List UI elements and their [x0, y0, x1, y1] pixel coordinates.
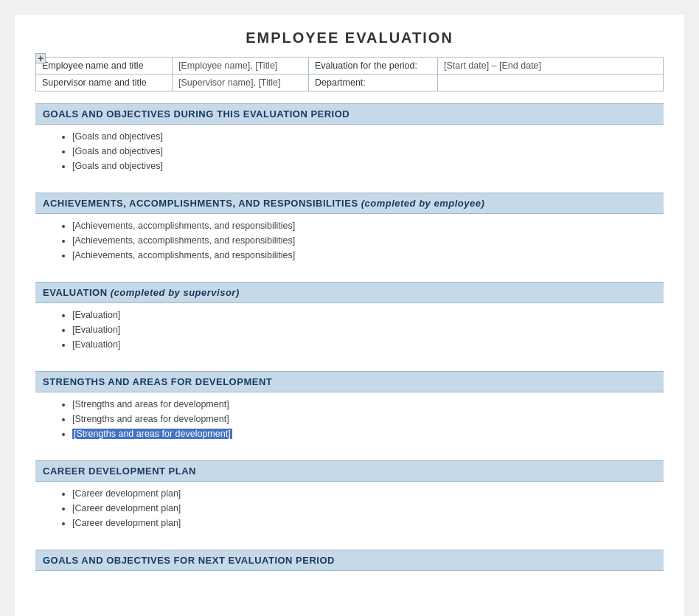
section-header-evaluation: EVALUATION (completed by supervisor): [35, 282, 664, 303]
section-body-evaluation: [Evaluation][Evaluation][Evaluation]: [35, 303, 664, 359]
section-body-goals: [Goals and objectives][Goals and objecti…: [35, 125, 664, 181]
supervisor-name-label: Supervisor name and title: [36, 75, 173, 91]
list-item[interactable]: [Goals and objectives]: [72, 131, 656, 142]
info-row-1: Employee name and title [Employee name],…: [36, 58, 664, 75]
list-item[interactable]: [Goals and objectives]: [72, 160, 656, 172]
section-list-goals: [Goals and objectives][Goals and objecti…: [58, 131, 656, 172]
list-item[interactable]: [Achievements, accomplishments, and resp…: [72, 235, 656, 246]
list-item[interactable]: [Evaluation]: [72, 339, 656, 350]
list-item[interactable]: [Strengths and areas for development]: [72, 413, 656, 425]
page-title: EMPLOYEE EVALUATION: [35, 30, 664, 46]
list-item[interactable]: [Strengths and areas for development]: [72, 428, 656, 440]
section-header-italic: (completed by supervisor): [111, 287, 240, 298]
section-list-strengths: [Strengths and areas for development][St…: [58, 398, 656, 440]
section-header-strengths: STRENGTHS AND AREAS FOR DEVELOPMENT: [35, 371, 664, 392]
section-goals-next: GOALS AND OBJECTIVES FOR NEXT EVALUATION…: [35, 550, 664, 571]
section-header-achievements: ACHIEVEMENTS, ACCOMPLISHMENTS, AND RESPO…: [35, 193, 664, 214]
section-header-career: CAREER DEVELOPMENT PLAN: [35, 460, 664, 482]
list-item[interactable]: [Achievements, accomplishments, and resp…: [72, 220, 656, 232]
section-header-goals-next: GOALS AND OBJECTIVES FOR NEXT EVALUATION…: [35, 550, 664, 571]
expand-icon[interactable]: +: [35, 53, 46, 63]
section-career: CAREER DEVELOPMENT PLAN[Career developme…: [35, 460, 664, 538]
employee-name-label: Employee name and title: [36, 58, 173, 75]
list-item[interactable]: [Career development plan]: [72, 517, 656, 529]
list-item[interactable]: [Evaluation]: [72, 324, 656, 336]
eval-period-label: Evaluation for the period:: [309, 58, 438, 75]
info-table: Employee name and title [Employee name],…: [35, 57, 664, 91]
section-evaluation: EVALUATION (completed by supervisor)[Eva…: [35, 282, 664, 359]
section-list-evaluation: [Evaluation][Evaluation][Evaluation]: [58, 309, 656, 350]
info-row-2: Supervisor name and title [Supervisor na…: [36, 75, 664, 91]
list-item[interactable]: [Achievements, accomplishments, and resp…: [72, 249, 656, 261]
list-item[interactable]: [Career development plan]: [72, 502, 656, 514]
list-item[interactable]: [Goals and objectives]: [72, 145, 656, 157]
employee-name-value[interactable]: [Employee name], [Title]: [173, 58, 309, 75]
list-item[interactable]: [Strengths and areas for development]: [72, 398, 656, 410]
section-body-achievements: [Achievements, accomplishments, and resp…: [35, 214, 664, 270]
list-item[interactable]: [Career development plan]: [72, 488, 656, 499]
section-achievements: ACHIEVEMENTS, ACCOMPLISHMENTS, AND RESPO…: [35, 193, 664, 270]
section-list-achievements: [Achievements, accomplishments, and resp…: [58, 220, 656, 261]
section-body-career: [Career development plan][Career develop…: [35, 482, 664, 538]
section-list-career: [Career development plan][Career develop…: [58, 488, 656, 529]
highlighted-text: [Strengths and areas for development]: [72, 429, 232, 439]
page: EMPLOYEE EVALUATION + Employee name and …: [15, 15, 684, 616]
department-value[interactable]: [438, 75, 664, 91]
supervisor-name-value[interactable]: [Supervisor name], [Title]: [173, 75, 309, 91]
section-header-goals: GOALS AND OBJECTIVES DURING THIS EVALUAT…: [35, 103, 664, 125]
section-strengths: STRENGTHS AND AREAS FOR DEVELOPMENT[Stre…: [35, 371, 664, 449]
sections-container: GOALS AND OBJECTIVES DURING THIS EVALUAT…: [35, 103, 664, 571]
department-label: Department:: [309, 75, 438, 91]
section-body-strengths: [Strengths and areas for development][St…: [35, 392, 664, 449]
section-goals: GOALS AND OBJECTIVES DURING THIS EVALUAT…: [35, 103, 664, 181]
eval-period-value[interactable]: [Start date] – [End date]: [438, 58, 664, 75]
section-header-italic: (completed by employee): [361, 198, 485, 209]
list-item[interactable]: [Evaluation]: [72, 309, 656, 321]
